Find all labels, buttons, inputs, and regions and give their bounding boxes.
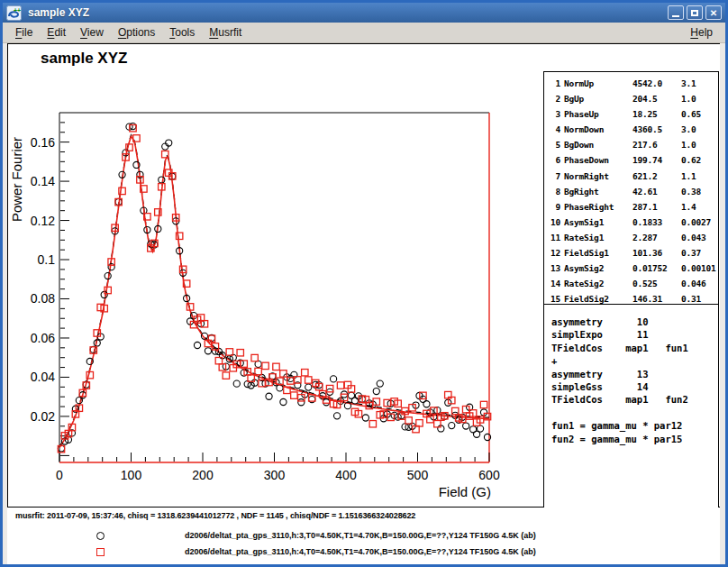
parameter-val: 204.5 (632, 91, 681, 106)
parameter-name: NormRight (564, 169, 632, 184)
parameter-row: 13AsymSig20.017520.00101 (550, 261, 718, 276)
parameter-name: RateSig1 (564, 230, 632, 245)
theory-line: fun2 = gamma_mu * par15 (551, 433, 718, 445)
y-tick-label: 0.1 (38, 252, 56, 267)
app-window: ++ sample XYZ ✕ FileEditViewOptionsTools… (0, 0, 728, 567)
maximize-icon (691, 10, 698, 16)
parameter-num: 4 (550, 122, 564, 137)
parameter-name: PhaseRight (564, 199, 632, 215)
parameter-num: 1 (550, 76, 564, 91)
parameter-num: 7 (550, 169, 564, 184)
theory-line: + (551, 354, 718, 367)
parameter-err: 0.00101 (681, 261, 718, 276)
parameter-num: 10 (550, 215, 564, 230)
parameter-val: 146.31 (632, 291, 681, 305)
y-tick-label: 0.06 (31, 331, 55, 345)
menu-options[interactable]: Options (111, 24, 162, 41)
parameter-num: 14 (550, 276, 564, 291)
data-point-circle (162, 143, 168, 150)
parameter-val: 101.36 (632, 245, 681, 261)
parameter-err: 0.046 (681, 276, 718, 291)
parameter-err: 1.1 (681, 169, 718, 184)
theory-line: simplExpo 11 (551, 328, 718, 341)
x-tick-label: 400 (335, 468, 357, 482)
close-button[interactable]: ✕ (705, 5, 722, 20)
menu-view[interactable]: View (73, 24, 111, 41)
data-point-square (262, 362, 268, 369)
parameter-val: 0.1833 (632, 215, 681, 230)
parameter-name: PhaseUp (564, 106, 632, 122)
data-point-square (337, 382, 343, 389)
parameter-val: 4360.5 (632, 122, 681, 137)
svg-text:++: ++ (14, 7, 21, 14)
root-canvas[interactable]: 01002003004005006000.020.040.060.080.10.… (7, 43, 720, 508)
menu-help[interactable]: Help (683, 24, 720, 41)
data-point-square (434, 420, 441, 426)
parameter-row: 9PhaseRight287.11.4 (550, 199, 718, 215)
parameter-name: AsymSig1 (564, 215, 632, 230)
x-tick-label: 300 (264, 468, 286, 482)
parameter-num: 8 (550, 184, 564, 199)
parameter-row: 3PhaseUp18.250.65 (550, 106, 718, 122)
parameter-val: 0.525 (632, 276, 681, 291)
x-tick-label: 100 (121, 468, 142, 482)
parameter-row: 15FieldSig2146.310.31 (550, 291, 718, 305)
legend-row: d2006/deltat_pta_gps_3110,h:4,T0=4.50K,T… (7, 547, 720, 558)
parameter-val: 199.74 (632, 152, 681, 168)
parameter-row: 11RateSig12.2870.043 (550, 230, 718, 245)
parameter-val: 42.61 (632, 184, 681, 199)
theory-line: asymmetry 10 (551, 316, 718, 328)
data-point-circle (159, 177, 165, 183)
data-point-circle (266, 393, 272, 399)
status-area: musrfit: 2011-07-09, 15:37:46, chisq = 1… (7, 508, 720, 564)
legend-label: d2006/deltat_pta_gps_3110,h:4,T0=4.50K,T… (185, 547, 536, 556)
menu-musrfit[interactable]: Musrfit (202, 24, 249, 41)
parameter-row: 5BgDown217.61.0 (550, 137, 718, 152)
parameter-name: RateSig2 (564, 276, 632, 291)
parameter-row: 7NormRight621.21.1 (550, 169, 718, 184)
parameter-name: NormDown (564, 122, 632, 137)
data-point-circle (194, 342, 200, 348)
parameter-val: 4542.0 (632, 76, 681, 91)
data-point-square (273, 363, 279, 370)
minimize-button[interactable] (668, 5, 684, 20)
data-point-circle (373, 388, 379, 394)
data-point-circle (362, 415, 369, 421)
parameter-err: 1.0 (681, 137, 718, 152)
data-point-circle (351, 398, 358, 404)
window-content: ++ sample XYZ ✕ FileEditViewOptionsTools… (3, 3, 725, 564)
data-point-circle (377, 380, 383, 387)
data-point-circle (330, 376, 336, 382)
data-point-square (305, 377, 312, 383)
data-point-square (280, 370, 287, 377)
parameter-err: 0.65 (681, 106, 718, 122)
parameter-box: 1NormUp4542.03.12BgUp204.51.03PhaseUp18.… (543, 71, 719, 305)
legend-label: d2006/deltat_pta_gps_3110,h:3,T0=4.50K,T… (185, 531, 536, 540)
parameter-name: FieldSig1 (564, 245, 632, 261)
parameter-val: 621.2 (632, 169, 681, 184)
parameter-err: 1.4 (681, 199, 718, 215)
parameter-val: 0.01752 (632, 261, 681, 276)
data-point-circle (333, 413, 340, 419)
parameter-val: 18.25 (632, 106, 681, 122)
parameter-err: 0.38 (681, 184, 718, 199)
titlebar[interactable]: ++ sample XYZ ✕ (3, 3, 725, 23)
window-controls: ✕ (668, 5, 722, 20)
parameter-num: 15 (550, 291, 564, 305)
menu-file[interactable]: File (8, 24, 40, 41)
parameter-row: 14RateSig20.5250.046 (550, 276, 718, 291)
maximize-button[interactable] (687, 5, 703, 20)
menu-tools[interactable]: Tools (162, 24, 202, 41)
parameter-name: AsymSig2 (564, 261, 632, 276)
theory-line: TFieldCos map1 fun1 (551, 342, 718, 354)
menu-edit[interactable]: Edit (40, 24, 73, 41)
parameter-err: 0.31 (681, 291, 718, 305)
data-point-square (223, 372, 229, 379)
legend-marker-square-icon (96, 548, 105, 556)
y-tick-label: 0.04 (31, 370, 55, 384)
parameter-row: 10AsymSig10.18330.0027 (550, 215, 718, 230)
data-point-square (237, 350, 243, 356)
theory-line: TFieldCos map1 fun2 (551, 393, 718, 406)
parameter-num: 3 (550, 106, 564, 122)
y-tick-label: 0.12 (31, 214, 55, 228)
